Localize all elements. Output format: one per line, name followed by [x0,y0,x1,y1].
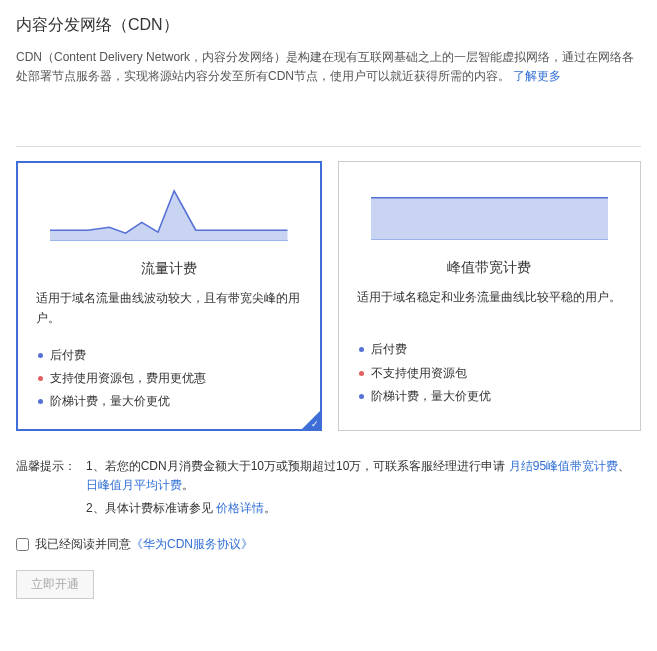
card-title: 峰值带宽计费 [357,256,623,278]
bullet-item: 支持使用资源包，费用更优惠 [36,369,302,388]
agree-text: 我已经阅读并同意 [35,535,131,554]
page-title: 内容分发网络（CDN） [16,12,641,38]
bullet-item: 阶梯计费，量大价更优 [357,387,623,406]
agreement-link[interactable]: 《华为CDN服务协议》 [131,535,253,554]
agree-checkbox[interactable] [16,538,29,551]
billing-card-1[interactable]: 峰值带宽计费适用于域名稳定和业务流量曲线比较平稳的用户。后付费不支持使用资源包阶… [338,161,642,431]
submit-button[interactable]: 立即开通 [16,570,94,599]
bullet-item: 不支持使用资源包 [357,364,623,383]
card-bullets: 后付费支持使用资源包，费用更优惠阶梯计费，量大价更优 [36,346,302,412]
divider [16,146,641,147]
card-desc: 适用于域名稳定和业务流量曲线比较平稳的用户。 [357,288,623,322]
tip-link-95peak[interactable]: 月结95峰值带宽计费 [509,459,618,473]
tip-link-dailypeak[interactable]: 日峰值月平均计费 [86,478,182,492]
card-bullets: 后付费不支持使用资源包阶梯计费，量大价更优 [357,340,623,406]
tip-2-text: 2、具体计费标准请参见 [86,501,216,515]
spike-chart-icon [50,181,288,241]
bullet-item: 阶梯计费，量大价更优 [36,392,302,411]
billing-card-0[interactable]: 流量计费适用于域名流量曲线波动较大，且有带宽尖峰的用户。后付费支持使用资源包，费… [16,161,322,431]
pricing-link[interactable]: 价格详情 [216,501,264,515]
page-description: CDN（Content Delivery Network，内容分发网络）是构建在… [16,48,641,86]
learn-more-link[interactable]: 了解更多 [513,69,561,83]
bullet-item: 后付费 [36,346,302,365]
flat-chart-icon [371,180,609,240]
tips-block: 温馨提示： 1、若您的CDN月消费金额大于10万或预期超过10万，可联系客服经理… [16,457,641,521]
card-desc: 适用于域名流量曲线波动较大，且有带宽尖峰的用户。 [36,289,302,327]
tips-label: 温馨提示： [16,457,76,476]
bullet-item: 后付费 [357,340,623,359]
card-title: 流量计费 [36,257,302,279]
tip-1-text: 1、若您的CDN月消费金额大于10万或预期超过10万，可联系客服经理进行申请 [86,459,509,473]
